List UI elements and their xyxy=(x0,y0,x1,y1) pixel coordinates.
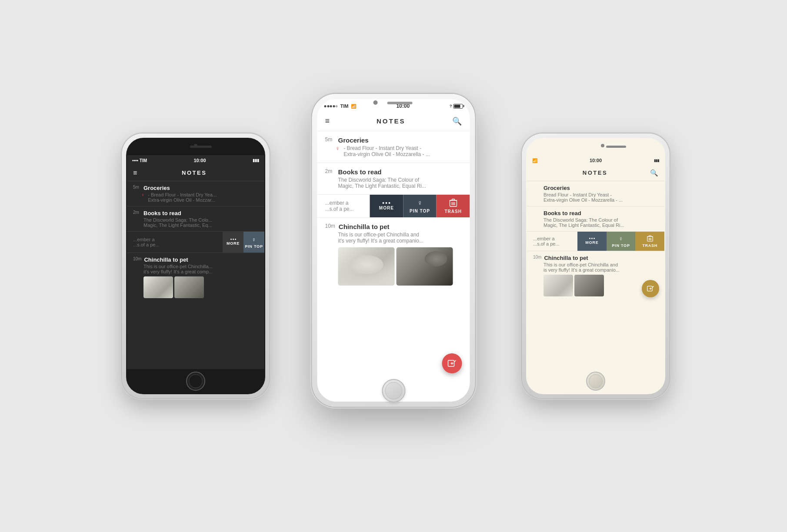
left-action-pin[interactable]: ♀ PIN TOP xyxy=(243,232,264,253)
right-action-trash[interactable]: TRASH xyxy=(635,232,664,251)
center-menu-icon[interactable]: ≡ xyxy=(325,116,330,126)
center-action-more[interactable]: MORE xyxy=(370,195,404,217)
right-time: 10:00 xyxy=(590,158,602,163)
right-action-more-label: MORE xyxy=(585,240,598,245)
left-action-more[interactable]: MORE xyxy=(223,232,243,253)
left-menu-icon[interactable]: ≡ xyxy=(133,169,137,177)
center-note-title-2: Books to read xyxy=(338,168,382,176)
right-action-pin-label: PIN TOP xyxy=(612,243,630,248)
left-status-bar: •••• TIM 10:00 ▮▮▮ xyxy=(127,155,264,165)
left-chinchilla-time: 10m xyxy=(133,256,141,261)
center-chinchilla-preview-1: This is our office-pet Chinchilla and xyxy=(338,232,462,238)
left-chinchilla-title: Chinchilla to pet xyxy=(144,256,188,263)
right-note-preview-2a: The Discworld Saga: The Colour of xyxy=(544,217,658,223)
right-note-preview-1b: Extra-virgin Olive Oil - Mozzarella - ..… xyxy=(544,197,658,203)
center-action-more-label: MORE xyxy=(379,206,394,210)
center-note-title-1: Groceries xyxy=(338,136,369,144)
center-chinchilla-time: 10m xyxy=(325,223,335,229)
right-note-preview-2b: Magic, The Light Fantastic, Equal Ri... xyxy=(544,223,658,228)
right-swipe-preview-1: ...ember a xyxy=(533,236,571,241)
left-note-time-1: 5m xyxy=(133,185,141,190)
center-swipe-preview-2: ...s.of a pe... xyxy=(325,206,362,212)
center-action-pin-label: PIN TOP xyxy=(410,209,430,213)
left-chinchilla-preview-2: it's very fluffy! It's a great comp... xyxy=(143,269,258,274)
left-chinchilla-img-2 xyxy=(174,276,204,298)
left-note-preview-2b: Magic, The Light Fantastic, Eq... xyxy=(143,223,258,228)
left-note-groceries[interactable]: 5m Groceries ♀ - Bread Flour - Instant D… xyxy=(127,181,264,206)
right-action-trash-label: TRASH xyxy=(642,243,657,248)
center-action-trash-label: TRASH xyxy=(444,209,461,214)
right-header-title: NOTES xyxy=(583,170,607,176)
center-status-bar: TIM 📶 10:00 ? xyxy=(317,99,470,111)
center-note-groceries[interactable]: 5m Groceries ♀ - Bread Flour - Instant D… xyxy=(317,131,470,163)
right-chinchilla-time: 10m xyxy=(533,255,541,259)
center-chinchilla-title: Chinchilla to pet xyxy=(339,223,390,230)
center-chinchilla-preview-2: it's very fluffy! It's a great companio.… xyxy=(338,238,462,244)
center-action-trash[interactable]: TRASH xyxy=(437,195,470,217)
center-app-header: ≡ NOTES 🔍 xyxy=(317,111,470,131)
center-note-preview-1a: - Bread Flour - Instant Dry Yeast - xyxy=(343,145,430,151)
left-note-preview-1b: Extra-virgin Olive Oil - Mozzar... xyxy=(148,197,217,203)
left-note-preview-2a: The Discworld Saga: The Colo... xyxy=(143,217,258,223)
right-status-bar: 📶 10:00 ▮▮▮ xyxy=(527,155,664,165)
right-note-title-1: Groceries xyxy=(544,185,570,191)
center-header-title: NOTES xyxy=(377,117,406,125)
left-note-title-2: Books to read xyxy=(143,210,181,216)
left-note-books[interactable]: 2m Books to read The Discworld Saga: The… xyxy=(127,206,264,232)
center-chinchilla-img-1 xyxy=(338,247,395,286)
center-action-pin[interactable]: ♀ PIN TOP xyxy=(403,195,437,217)
center-chinchilla-img-2 xyxy=(397,247,453,286)
left-app-header: ≡ NOTES xyxy=(127,165,264,181)
left-note-chinchilla[interactable]: 10m Chinchilla to pet This is our office… xyxy=(127,253,264,304)
center-note-preview-1b: Extra-virgin Olive Oil - Mozzarella - ..… xyxy=(343,151,430,157)
center-fab-button[interactable] xyxy=(442,353,462,373)
right-chinchilla-title: Chinchilla to pet xyxy=(544,255,588,261)
center-carrier: TIM xyxy=(340,103,349,109)
left-note-preview-1a: - Bread Flour - Instant Dry Yea... xyxy=(148,192,217,197)
right-fab-button[interactable] xyxy=(642,280,659,297)
right-note-books[interactable]: Books to read The Discworld Saga: The Co… xyxy=(527,206,664,232)
right-note-chinchilla[interactable]: 10m Chinchilla to pet This is our office… xyxy=(527,251,664,301)
right-swipe-preview-2: ...s.of a pe... xyxy=(533,241,571,246)
left-action-pin-label: PIN TOP xyxy=(245,244,263,249)
right-search-icon[interactable]: 🔍 xyxy=(650,169,658,177)
center-note-time-1: 5m xyxy=(325,136,335,143)
left-header-title: NOTES xyxy=(182,170,207,176)
right-action-more[interactable]: MORE xyxy=(577,232,607,251)
left-time: 10:00 xyxy=(193,158,206,163)
left-chinchilla-img-1 xyxy=(143,276,173,298)
center-note-books[interactable]: 2m Books to read The Discworld Saga: The… xyxy=(317,163,470,195)
center-swipe-preview-1: ...ember a xyxy=(325,200,362,206)
right-note-groceries[interactable]: Groceries Bread Flour - Instant Dry Yeas… xyxy=(527,181,664,206)
right-note-title-2: Books to read xyxy=(544,210,581,216)
right-action-pin[interactable]: ♀ PIN TOP xyxy=(607,232,636,251)
center-note-preview-2a: The Discworld Saga: The Colour of xyxy=(338,177,462,183)
left-note-time-2: 2m xyxy=(133,210,141,215)
center-search-icon[interactable]: 🔍 xyxy=(452,116,462,126)
right-chinchilla-preview-2: is very fluffy! It's a great companio... xyxy=(544,267,658,273)
left-action-more-label: MORE xyxy=(227,241,240,246)
left-swipe-preview-1: ...ember a xyxy=(133,237,217,242)
left-carrier: •••• TIM xyxy=(132,158,147,163)
center-note-time-2: 2m xyxy=(325,168,335,174)
left-note-title-1: Groceries xyxy=(143,185,170,191)
right-chinchilla-img-2 xyxy=(574,275,604,296)
left-chinchilla-preview-1: This is our office-pet Chinchilla... xyxy=(143,264,258,269)
center-note-chinchilla[interactable]: 10m Chinchilla to pet This is our office… xyxy=(317,218,470,292)
right-chinchilla-preview-1: This is our office-pet Chinchilla and xyxy=(544,262,658,267)
right-app-header: NOTES 🔍 xyxy=(527,165,664,181)
right-note-preview-1a: Bread Flour - Instant Dry Yeast - xyxy=(544,192,658,197)
center-note-preview-2b: Magic, The Light Fantastic, Equal Ri... xyxy=(338,183,462,189)
right-chinchilla-img-1 xyxy=(544,275,573,296)
left-swipe-preview-2: ...s.of a pe... xyxy=(133,242,217,247)
